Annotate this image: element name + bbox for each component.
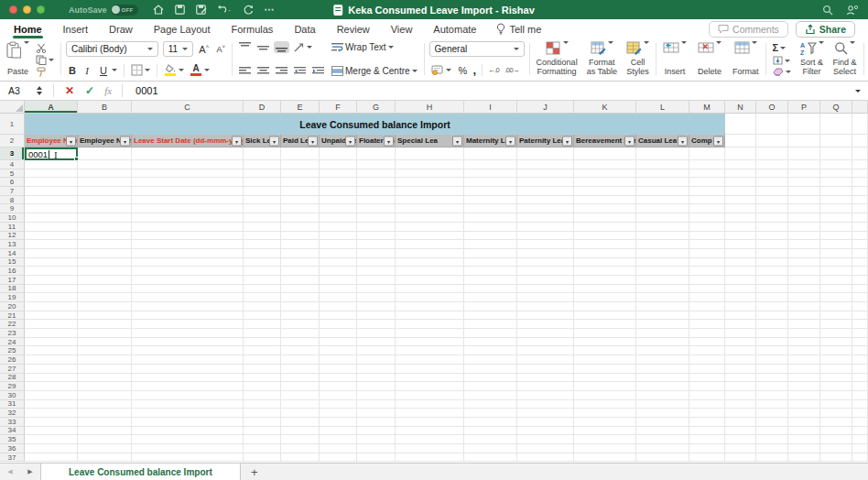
- cell-J37[interactable]: [517, 453, 574, 463]
- minimize-window-button[interactable]: [23, 5, 31, 14]
- save-icon[interactable]: [175, 5, 185, 15]
- filter-button-L[interactable]: ▾: [678, 136, 688, 146]
- cell-R37[interactable]: [852, 453, 868, 463]
- tab-automate[interactable]: Automate: [432, 22, 477, 37]
- presence-icon[interactable]: [846, 5, 859, 16]
- cell-C33[interactable]: [132, 418, 244, 427]
- cell-A15[interactable]: [25, 258, 78, 267]
- active-cell-A3[interactable]: 0001I: [25, 147, 78, 160]
- cell-L24[interactable]: [636, 338, 689, 347]
- cell-D27[interactable]: [244, 365, 281, 374]
- cell-H24[interactable]: [396, 338, 464, 347]
- cell-O3[interactable]: [756, 147, 788, 160]
- column-header-A[interactable]: A: [25, 101, 78, 114]
- row-header-4[interactable]: 4: [0, 160, 25, 169]
- cell-E19[interactable]: [281, 293, 320, 302]
- cell-K33[interactable]: [574, 418, 636, 427]
- cell-O29[interactable]: [756, 382, 788, 391]
- cell-E22[interactable]: [281, 320, 320, 329]
- cell-A37[interactable]: [25, 453, 78, 463]
- cell-Q3[interactable]: [820, 147, 852, 160]
- insert-cells-button[interactable]: Insert: [661, 40, 689, 78]
- cell-Q31[interactable]: [820, 400, 852, 409]
- cell-K7[interactable]: [574, 187, 636, 196]
- cell-J26[interactable]: [517, 355, 574, 365]
- cell-C23[interactable]: [132, 329, 244, 338]
- cell-Q24[interactable]: [820, 338, 852, 347]
- cell-Q32[interactable]: [820, 409, 852, 418]
- cell-P36[interactable]: [788, 444, 820, 453]
- cell-L25[interactable]: [636, 346, 689, 355]
- increase-indent-button[interactable]: [310, 65, 326, 77]
- cell-H6[interactable]: [396, 178, 464, 187]
- cell-I33[interactable]: [464, 418, 517, 427]
- cell-K15[interactable]: [574, 258, 636, 267]
- tab-insert[interactable]: Insert: [62, 22, 90, 37]
- cell-E32[interactable]: [281, 409, 320, 418]
- cell-M10[interactable]: [689, 213, 725, 223]
- cell-I24[interactable]: [464, 338, 517, 347]
- cell-P31[interactable]: [788, 400, 820, 409]
- cell-H16[interactable]: [396, 267, 464, 276]
- cell-K13[interactable]: [574, 240, 636, 249]
- cell-D18[interactable]: [244, 285, 281, 294]
- cell-P29[interactable]: [788, 382, 820, 391]
- cell-H34[interactable]: [396, 427, 464, 436]
- cell-D36[interactable]: [244, 444, 281, 453]
- shrink-font-button[interactable]: A˅: [215, 44, 227, 54]
- paste-button[interactable]: Paste: [5, 40, 31, 78]
- cell-L14[interactable]: [636, 249, 689, 258]
- cell-F17[interactable]: [320, 276, 357, 285]
- cell-H30[interactable]: [396, 391, 464, 400]
- name-box-stepper[interactable]: [37, 86, 42, 95]
- cell-J9[interactable]: [517, 204, 574, 213]
- select-all-corner[interactable]: [0, 101, 25, 114]
- cell-A21[interactable]: [25, 311, 78, 321]
- cell-J18[interactable]: [517, 285, 574, 294]
- cell-G24[interactable]: [357, 338, 396, 347]
- cell-B7[interactable]: [78, 187, 132, 196]
- header-cell-H[interactable]: Special Lea▾: [396, 135, 464, 147]
- row-header-2[interactable]: 2: [0, 135, 25, 147]
- header-cell-B[interactable]: Employee Nam▾: [78, 135, 132, 147]
- cell-R3[interactable]: [852, 147, 868, 160]
- name-box[interactable]: A3: [0, 85, 37, 96]
- header-cell-E[interactable]: Paid Lea▾: [281, 135, 320, 147]
- autosave-toggle[interactable]: OFF: [111, 5, 138, 16]
- cell-M29[interactable]: [689, 382, 725, 391]
- cell-D8[interactable]: [244, 196, 281, 205]
- cell-C27[interactable]: [132, 365, 244, 374]
- cell-F16[interactable]: [320, 267, 357, 276]
- borders-button[interactable]: [129, 63, 152, 77]
- cell-A8[interactable]: [25, 196, 78, 205]
- column-header-O[interactable]: O: [756, 101, 788, 114]
- cell-L3[interactable]: [636, 147, 689, 160]
- cell-D6[interactable]: [244, 178, 281, 187]
- cell-I10[interactable]: [464, 213, 517, 223]
- cell-N33[interactable]: [725, 418, 756, 427]
- cell-C4[interactable]: [132, 160, 244, 169]
- cell-I27[interactable]: [464, 365, 517, 374]
- row-header-22[interactable]: 22: [0, 320, 25, 329]
- cell-O22[interactable]: [756, 320, 788, 329]
- cell-L6[interactable]: [636, 178, 689, 187]
- row-header-30[interactable]: 30: [0, 391, 25, 400]
- cell-D21[interactable]: [244, 311, 281, 321]
- cell-R27[interactable]: [852, 365, 868, 374]
- cell-F9[interactable]: [320, 204, 357, 213]
- cell-O25[interactable]: [756, 346, 788, 355]
- cell-G12[interactable]: [357, 232, 396, 241]
- cell-C10[interactable]: [132, 213, 244, 223]
- cell-N14[interactable]: [725, 249, 756, 258]
- cell-Q19[interactable]: [820, 293, 852, 302]
- row-header-16[interactable]: 16: [0, 267, 25, 276]
- cell-L29[interactable]: [636, 382, 689, 391]
- cell-B19[interactable]: [78, 293, 132, 302]
- cell-G9[interactable]: [357, 204, 396, 213]
- cell-M34[interactable]: [689, 427, 725, 436]
- cell-B24[interactable]: [78, 338, 132, 347]
- cell-C11[interactable]: [132, 223, 244, 232]
- cell-K27[interactable]: [574, 365, 636, 374]
- cell-F22[interactable]: [320, 320, 357, 329]
- cell-R1[interactable]: [852, 114, 868, 135]
